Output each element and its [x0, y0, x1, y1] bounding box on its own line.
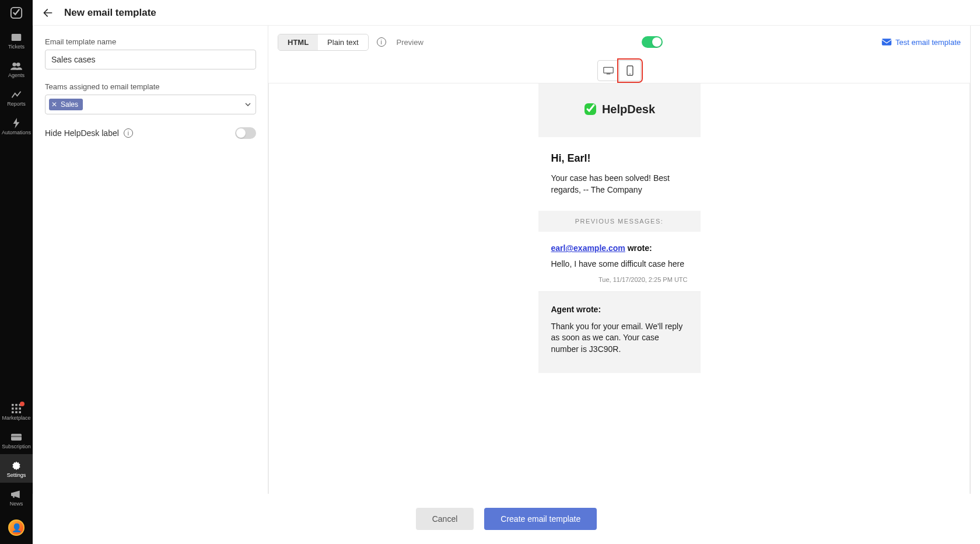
svg-rect-5 [15, 404, 18, 406]
sidebar-label: Subscription [2, 444, 31, 449]
segment-plain[interactable]: Plain text [318, 34, 368, 50]
sidebar-label: Marketplace [2, 416, 30, 421]
user-avatar[interactable]: 👤 [8, 519, 24, 536]
svg-rect-16 [882, 39, 891, 45]
template-name-input[interactable] [45, 50, 256, 69]
cancel-button[interactable]: Cancel [416, 508, 474, 530]
svg-rect-14 [11, 436, 22, 437]
bolt-icon [10, 117, 22, 129]
preview-toolbar: HTML Plain text i Preview Test email tem… [268, 26, 970, 58]
wrote-suffix: wrote: [625, 243, 652, 253]
agents-icon [10, 60, 22, 72]
email-body: Your case has been solved! Best regards,… [551, 173, 688, 196]
sidebar-item-reports[interactable]: Reports [0, 83, 33, 111]
email-preview: HelpDesk Hi, Earl! Your case has been so… [538, 83, 701, 543]
mobile-icon [626, 65, 634, 76]
previous-message: earl@example.com wrote: Hello, I have so… [538, 232, 701, 292]
settings-pane: Email template name Teams assigned to em… [33, 26, 268, 543]
card-icon [10, 431, 22, 443]
create-button[interactable]: Create email template [484, 508, 597, 530]
chip-remove-icon[interactable]: ✕ [51, 100, 57, 109]
message-timestamp: Tue, 11/17/2020, 2:25 PM UTC [551, 276, 688, 283]
svg-point-3 [16, 62, 20, 67]
mail-icon [881, 38, 892, 46]
chip-label: Sales [61, 100, 78, 109]
sidebar-label: Automations [2, 130, 31, 135]
email-greeting: Hi, Earl! [551, 152, 688, 165]
page-header: New email template [33, 0, 980, 26]
chevron-down-icon [245, 103, 251, 106]
sidebar-item-automations[interactable]: Automations [0, 111, 33, 140]
teams-label: Teams assigned to email template [45, 82, 256, 91]
desktop-view-button[interactable] [597, 60, 620, 81]
svg-point-19 [629, 74, 631, 75]
main-sidebar: Tickets Agents Reports Automations Marke… [0, 0, 33, 544]
svg-rect-17 [604, 67, 613, 73]
svg-rect-8 [15, 407, 18, 410]
viewport-selector [268, 58, 970, 83]
sidebar-item-settings[interactable]: Settings [0, 454, 33, 483]
brand-name: HelpDesk [602, 103, 655, 116]
svg-rect-9 [19, 407, 21, 410]
format-segment: HTML Plain text [278, 34, 369, 51]
agent-body: Thank you for your email. We'll reply as… [551, 321, 688, 355]
template-name-label: Email template name [45, 37, 256, 46]
agent-from: Agent wrote: [551, 305, 688, 314]
preview-pane: HTML Plain text i Preview Test email tem… [268, 26, 970, 543]
previous-messages-label: PREVIOUS MESSAGES: [538, 211, 701, 232]
checkbox-logo-icon [10, 6, 23, 19]
page-title: New email template [64, 7, 156, 19]
sidebar-label: Reports [7, 102, 26, 107]
svg-rect-6 [19, 404, 21, 406]
sidebar-item-marketplace[interactable]: Marketplace [0, 397, 33, 426]
hide-label-text: Hide HelpDesk label [45, 128, 119, 138]
content-area: Email template name Teams assigned to em… [33, 26, 971, 544]
sidebar-label: Settings [7, 473, 26, 478]
test-template-link[interactable]: Test email template [881, 38, 961, 47]
svg-rect-10 [12, 411, 14, 413]
email-body-card: Hi, Earl! Your case has been solved! Bes… [538, 137, 701, 211]
sidebar-item-news[interactable]: News [0, 483, 33, 511]
ticket-icon [10, 32, 22, 43]
segment-html[interactable]: HTML [278, 34, 318, 50]
preview-label: Preview [397, 38, 424, 47]
svg-rect-7 [12, 407, 14, 410]
info-icon[interactable]: i [124, 128, 133, 138]
arrow-left-icon [42, 7, 54, 19]
brand-logo: HelpDesk [583, 102, 655, 116]
email-header: HelpDesk [538, 83, 701, 137]
test-link-label: Test email template [895, 38, 961, 47]
back-button[interactable] [40, 5, 56, 21]
team-chip: ✕ Sales [49, 99, 83, 110]
preview-viewport: HelpDesk Hi, Earl! Your case has been so… [268, 83, 970, 543]
apps-icon [10, 403, 22, 414]
teams-select[interactable]: ✕ Sales [45, 95, 256, 114]
sidebar-label: News [10, 501, 23, 507]
message-from: earl@example.com wrote: [551, 243, 688, 253]
hide-label-row: Hide HelpDesk label i [45, 127, 256, 139]
svg-rect-12 [19, 411, 21, 413]
footer-actions: Cancel Create email template [33, 494, 980, 544]
message-body: Hello, I have some difficult case here [551, 259, 688, 270]
sidebar-label: Tickets [8, 44, 24, 50]
sidebar-item-subscription[interactable]: Subscription [0, 426, 33, 454]
mobile-view-button[interactable] [619, 60, 641, 81]
app-logo [0, 0, 33, 26]
svg-rect-4 [12, 404, 14, 406]
helpdesk-logo-icon [583, 102, 597, 116]
gear-icon [10, 460, 22, 472]
megaphone-icon [10, 489, 22, 500]
desktop-icon [603, 67, 614, 75]
agent-message: Agent wrote: Thank you for your email. W… [538, 292, 701, 373]
hide-label-toggle[interactable] [235, 127, 256, 139]
info-icon[interactable]: i [377, 37, 386, 47]
svg-rect-1 [12, 34, 22, 41]
sidebar-item-tickets[interactable]: Tickets [0, 26, 33, 54]
reports-icon [10, 89, 22, 100]
svg-rect-11 [15, 411, 18, 413]
svg-point-2 [12, 62, 16, 67]
sidebar-item-agents[interactable]: Agents [0, 54, 33, 83]
sender-email-link[interactable]: earl@example.com [551, 243, 625, 253]
sidebar-label: Agents [8, 73, 24, 78]
preview-toggle[interactable] [642, 36, 663, 48]
